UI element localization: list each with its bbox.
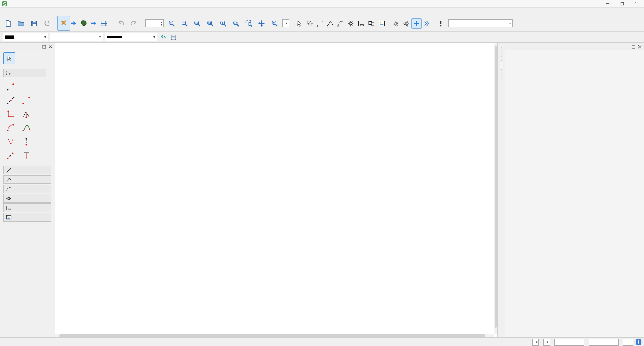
vertical-scrollbar[interactable] bbox=[494, 43, 497, 334]
tool-point-shoulder[interactable] bbox=[4, 149, 17, 161]
maximize-button[interactable] bbox=[615, 0, 629, 7]
zoom-previous-button[interactable] bbox=[216, 16, 229, 31]
talla-combo[interactable]: ▾ bbox=[543, 339, 550, 346]
zoom-selected-button[interactable] bbox=[229, 16, 242, 31]
info-icon[interactable] bbox=[635, 339, 642, 345]
guardar-button[interactable] bbox=[27, 16, 40, 31]
tool-point-bisector[interactable] bbox=[20, 108, 33, 120]
piece-corner-icon bbox=[358, 20, 365, 27]
zoom-level-spinbox[interactable]: ▴▾ bbox=[145, 19, 164, 27]
vertical-scrollbar-thumb[interactable] bbox=[495, 46, 497, 328]
nuevo-button[interactable] bbox=[2, 16, 15, 31]
group-pieza-button[interactable] bbox=[3, 203, 51, 212]
menu-historia[interactable] bbox=[32, 11, 38, 12]
operations-tools-button[interactable] bbox=[346, 18, 356, 29]
open-folder-icon bbox=[18, 20, 25, 27]
tool-point-vertical[interactable] bbox=[20, 136, 33, 148]
cursor-icon bbox=[6, 55, 13, 62]
save-icon bbox=[30, 20, 38, 27]
line-color-combo[interactable]: ▾ bbox=[3, 33, 48, 41]
zoom-out-button[interactable] bbox=[178, 16, 191, 31]
float-panel-icon[interactable] bbox=[631, 44, 636, 49]
tool-point-height[interactable] bbox=[20, 149, 33, 161]
group-operaciones-button[interactable] bbox=[3, 194, 51, 203]
show-next-button[interactable] bbox=[422, 18, 432, 29]
menu-ayuda[interactable] bbox=[44, 11, 50, 12]
tool-point-normal[interactable] bbox=[4, 108, 17, 120]
spinner-arrows-icon[interactable]: ▴▾ bbox=[161, 21, 162, 26]
horizontal-scrollbar[interactable] bbox=[55, 334, 494, 337]
main-area bbox=[0, 43, 644, 337]
group-curva-button[interactable] bbox=[3, 175, 51, 184]
altura-combo[interactable]: ▾ bbox=[532, 339, 539, 346]
save-style-button[interactable] bbox=[169, 33, 178, 42]
close-button[interactable] bbox=[629, 0, 644, 7]
pan-button[interactable] bbox=[255, 16, 268, 31]
cursor-icon bbox=[296, 20, 303, 27]
window-controls bbox=[600, 0, 644, 7]
double-chevron-icon bbox=[423, 20, 430, 27]
zoom-in-button[interactable] bbox=[165, 16, 178, 31]
rehacer-button[interactable] bbox=[127, 16, 140, 31]
menu-utilidades[interactable] bbox=[38, 11, 44, 12]
line-type-combo[interactable]: ▾ bbox=[50, 33, 103, 41]
mirror-horizontal-button[interactable] bbox=[391, 18, 401, 29]
borrador-mode-button[interactable] bbox=[57, 16, 70, 31]
point-tools-button[interactable] bbox=[304, 18, 315, 29]
issues-button[interactable] bbox=[436, 18, 446, 29]
punto-section-button[interactable] bbox=[3, 69, 46, 77]
arc-tools-button[interactable] bbox=[335, 18, 346, 29]
font-combo[interactable]: ▾ bbox=[448, 19, 513, 27]
tab-paginas-de-maquetacion[interactable] bbox=[501, 73, 502, 82]
tool-point-along-line[interactable] bbox=[4, 94, 17, 106]
selector-tool-button[interactable] bbox=[3, 52, 15, 64]
pieza-mode-button[interactable] bbox=[77, 16, 90, 31]
close-panel-icon[interactable] bbox=[637, 44, 642, 49]
group-linea-button[interactable] bbox=[3, 166, 51, 174]
arrow-tool-button[interactable] bbox=[294, 18, 304, 29]
menu-vista[interactable] bbox=[14, 11, 20, 12]
mirror-vertical-icon bbox=[403, 20, 410, 27]
gear-icon bbox=[6, 196, 12, 201]
toolbox-header bbox=[0, 43, 55, 50]
zoom-area-button[interactable] bbox=[242, 16, 255, 31]
tab-editor-de-propiedades[interactable] bbox=[501, 60, 502, 70]
tool-point-intersect[interactable] bbox=[4, 136, 17, 148]
tool-point-curve[interactable] bbox=[20, 122, 33, 134]
line-width-combo[interactable]: ▾ bbox=[105, 33, 157, 41]
apply-arrow-button[interactable] bbox=[159, 33, 167, 42]
tool-point-length-angle[interactable] bbox=[4, 81, 17, 93]
mirror-vertical-button[interactable] bbox=[401, 18, 411, 29]
chevron-down-icon: ▾ bbox=[536, 340, 538, 344]
zoom-fit-button[interactable] bbox=[204, 16, 216, 31]
move-tool-button[interactable] bbox=[411, 18, 422, 29]
menu-herramientas[interactable] bbox=[20, 11, 26, 12]
curve-tools-button[interactable] bbox=[325, 18, 335, 29]
color-swatch bbox=[5, 35, 14, 39]
zoom-point-button[interactable] bbox=[268, 16, 281, 31]
union-tools-button[interactable] bbox=[366, 18, 377, 29]
deshacer-button[interactable] bbox=[114, 16, 127, 31]
piece-tools-button[interactable] bbox=[356, 18, 366, 29]
close-panel-icon[interactable] bbox=[48, 44, 53, 49]
image-tools-button[interactable] bbox=[377, 18, 387, 29]
group-imagenes-button[interactable] bbox=[3, 213, 51, 222]
group-arco-button[interactable] bbox=[3, 185, 51, 193]
menu-editar[interactable] bbox=[8, 11, 14, 12]
maquetacion-mode-button[interactable] bbox=[97, 16, 110, 31]
line-tools-button[interactable] bbox=[315, 18, 325, 29]
menu-medidas[interactable] bbox=[26, 11, 32, 12]
pattern-drawing[interactable] bbox=[55, 43, 497, 333]
menu-archivo[interactable] bbox=[2, 11, 8, 12]
tool-point-arc[interactable] bbox=[4, 122, 17, 134]
sincronizar-button[interactable] bbox=[40, 16, 53, 31]
abrir-button[interactable] bbox=[15, 16, 27, 31]
float-panel-icon[interactable] bbox=[41, 44, 46, 49]
minimize-button[interactable] bbox=[600, 0, 615, 7]
tab-administrador-de-grupos[interactable] bbox=[501, 47, 502, 57]
drawing-canvas[interactable] bbox=[55, 43, 497, 337]
horizontal-scrollbar-thumb[interactable] bbox=[59, 334, 485, 337]
point-name-combo[interactable]: ▾ bbox=[282, 19, 289, 27]
tool-point-line-endpoints[interactable] bbox=[20, 94, 33, 106]
zoom-100-button[interactable]: 1:1 bbox=[191, 16, 204, 31]
